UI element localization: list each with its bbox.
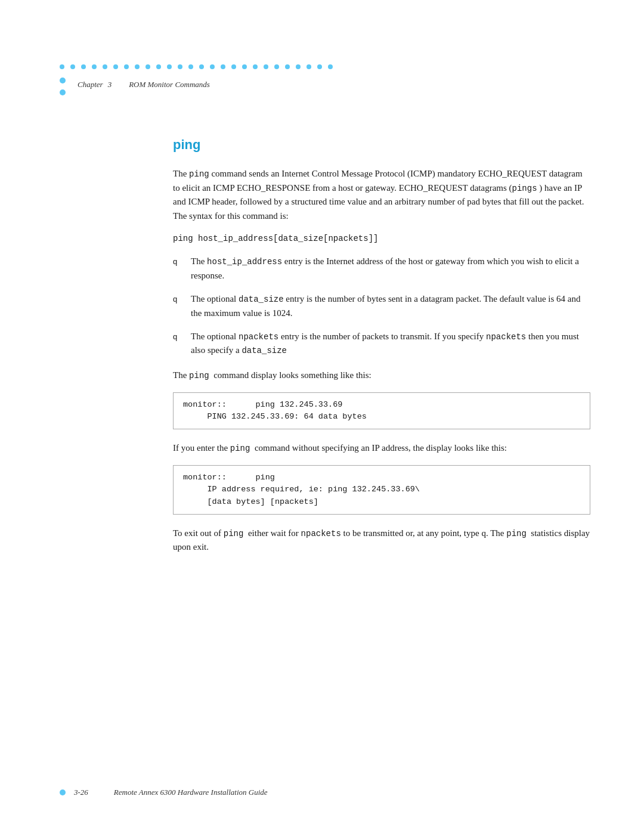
footer-title: Remote Annex 6300 Hardware Installation … (114, 788, 268, 797)
list-item: q The optional data_size entry is the nu… (173, 292, 590, 320)
code-box-2: monitor:: ping IP address required, ie: … (173, 465, 590, 515)
ping-noip-code: ping (230, 444, 250, 453)
top-dot (178, 64, 182, 69)
code-line: monitor:: ping (183, 472, 580, 484)
top-dot (253, 64, 258, 69)
top-dot (306, 64, 311, 69)
bullet-char: q (173, 256, 181, 268)
top-dot (296, 64, 301, 69)
top-dot (317, 64, 322, 69)
intro-paragraph: The ping command sends an Internet Contr… (173, 167, 590, 223)
host-ip-code: host_ip_address (207, 257, 282, 267)
top-dot (70, 64, 75, 69)
footer-dot (60, 789, 66, 795)
chapter-header: Chapter 3 ROM Monitor Commands (78, 80, 210, 89)
main-content: ping The ping command sends an Internet … (173, 137, 590, 564)
bullet-text-3: The optional npackets entry is the numbe… (191, 330, 590, 358)
top-dot (264, 64, 268, 69)
pings-code-inline: pings (512, 184, 537, 193)
top-dot (135, 64, 140, 69)
code-line: PING 132.245.33.69: 64 data bytes (183, 411, 580, 423)
top-dot (145, 64, 150, 69)
ping-code-inline: ping (189, 169, 209, 179)
exit-paragraph: To exit out of ping either wait for npac… (173, 527, 590, 555)
bullet-list: q The host_ip_address entry is the Inter… (173, 255, 590, 358)
npackets-exit-code: npackets (301, 529, 341, 538)
syntax-line: ping host_ip_address[data_size[npackets]… (173, 234, 590, 244)
bullet-text-2: The optional data_size entry is the numb… (191, 292, 590, 320)
top-dot (274, 64, 279, 69)
footer: 3-26 Remote Annex 6300 Hardware Installa… (60, 787, 268, 797)
top-dot (231, 64, 236, 69)
top-dot (113, 64, 118, 69)
display-intro-paragraph: The ping command display looks something… (173, 368, 590, 383)
top-dot (285, 64, 290, 69)
code-line: monitor:: ping 132.245.33.69 (183, 399, 580, 411)
top-dot (328, 64, 333, 69)
top-dot (210, 64, 215, 69)
bullet-text-1: The host_ip_address entry is the Interne… (191, 255, 590, 283)
code-line: [data bytes] [npackets] (183, 496, 580, 508)
data-size-code-2: data_size (242, 346, 287, 355)
ping-display-code: ping (189, 371, 209, 380)
section-title: ping (173, 137, 590, 153)
bullet-char: q (173, 331, 181, 343)
top-dot (167, 64, 172, 69)
syntax-code: ping host_ip_address[data_size[npackets]… (173, 234, 378, 243)
list-item: q The host_ip_address entry is the Inter… (173, 255, 590, 283)
top-dot (60, 64, 64, 69)
npackets-code-1: npackets (239, 332, 278, 342)
top-dot (188, 64, 193, 69)
top-dot (156, 64, 161, 69)
noip-intro-paragraph: If you enter the ping command without sp… (173, 441, 590, 456)
ping-stats-code: ping (506, 529, 527, 538)
top-dot-row (60, 64, 608, 69)
left-dot-1 (60, 78, 66, 83)
chapter-label: Chapter (78, 80, 103, 89)
top-dot (81, 64, 86, 69)
bullet-char: q (173, 293, 181, 305)
chapter-title: ROM Monitor Commands (129, 80, 210, 89)
top-dot (103, 64, 107, 69)
npackets-code-2: npackets (486, 332, 526, 342)
left-dot-column (60, 78, 66, 95)
left-dot-2 (60, 89, 66, 95)
code-box-1: monitor:: ping 132.245.33.69 PING 132.24… (173, 392, 590, 430)
top-dot (92, 64, 97, 69)
data-size-code: data_size (239, 295, 284, 304)
chapter-number: 3 (108, 80, 112, 89)
top-dot (199, 64, 204, 69)
code-line: IP address required, ie: ping 132.245.33… (183, 484, 580, 496)
top-dot (242, 64, 247, 69)
ping-exit-code: ping (224, 529, 244, 538)
top-dot (124, 64, 129, 69)
list-item: q The optional npackets entry is the num… (173, 330, 590, 358)
top-dot (221, 64, 225, 69)
footer-page-number: 3-26 (74, 788, 88, 797)
